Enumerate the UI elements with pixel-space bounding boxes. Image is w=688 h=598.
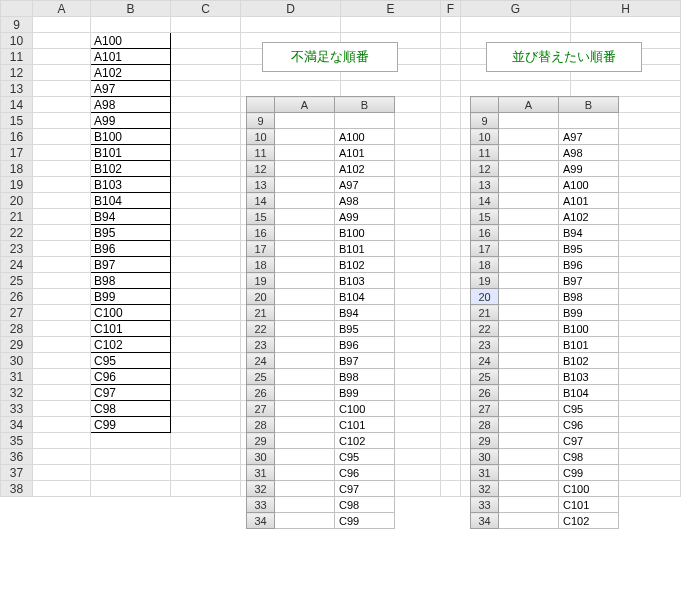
cell-F20[interactable] <box>441 193 461 209</box>
mini-right-col-B[interactable]: B <box>559 97 619 113</box>
cell-B38[interactable] <box>91 481 171 497</box>
cell-B16[interactable]: B100 <box>91 129 171 145</box>
cell-F27[interactable] <box>441 305 461 321</box>
mini-cell-A33[interactable] <box>499 497 559 513</box>
mini-cell-A15[interactable] <box>499 209 559 225</box>
cell-A13[interactable] <box>33 81 91 97</box>
mini-row-header[interactable]: 22 <box>247 321 275 337</box>
mini-cell-B18[interactable]: B96 <box>559 257 619 273</box>
mini-cell-A21[interactable] <box>499 305 559 321</box>
mini-grid-desired[interactable]: A B 910A9711A9812A9913A10014A10115A10216… <box>470 96 619 529</box>
cell-F26[interactable] <box>441 289 461 305</box>
row-header[interactable]: 30 <box>1 353 33 369</box>
mini-cell-B19[interactable]: B103 <box>335 273 395 289</box>
mini-cell-A32[interactable] <box>275 481 335 497</box>
col-header-F[interactable]: F <box>441 1 461 17</box>
mini-cell-B14[interactable]: A98 <box>335 193 395 209</box>
cell-B11[interactable]: A101 <box>91 49 171 65</box>
cell-A25[interactable] <box>33 273 91 289</box>
cell-F19[interactable] <box>441 177 461 193</box>
row-header[interactable]: 31 <box>1 369 33 385</box>
cell-A22[interactable] <box>33 225 91 241</box>
mini-cell-A29[interactable] <box>275 433 335 449</box>
mini-cell-A12[interactable] <box>275 161 335 177</box>
mini-row-header[interactable]: 21 <box>247 305 275 321</box>
cell-C15[interactable] <box>171 113 241 129</box>
mini-cell-B29[interactable]: C102 <box>335 433 395 449</box>
mini-cell-A26[interactable] <box>275 385 335 401</box>
mini-cell-A9[interactable] <box>499 113 559 129</box>
cell-B32[interactable]: C97 <box>91 385 171 401</box>
cell-C36[interactable] <box>171 449 241 465</box>
mini-row-header[interactable]: 32 <box>247 481 275 497</box>
mini-cell-B12[interactable]: A102 <box>335 161 395 177</box>
mini-cell-A24[interactable] <box>275 353 335 369</box>
mini-cell-A31[interactable] <box>499 465 559 481</box>
mini-cell-B33[interactable]: C98 <box>335 497 395 513</box>
mini-cell-A30[interactable] <box>275 449 335 465</box>
cell-F36[interactable] <box>441 449 461 465</box>
row-header[interactable]: 23 <box>1 241 33 257</box>
mini-row-header[interactable]: 13 <box>471 177 499 193</box>
cell-B33[interactable]: C98 <box>91 401 171 417</box>
mini-cell-B16[interactable]: B94 <box>559 225 619 241</box>
cell-F23[interactable] <box>441 241 461 257</box>
row-header[interactable]: 10 <box>1 33 33 49</box>
cell-C31[interactable] <box>171 369 241 385</box>
cell-C33[interactable] <box>171 401 241 417</box>
col-header-E[interactable]: E <box>341 1 441 17</box>
mini-cell-A26[interactable] <box>499 385 559 401</box>
cell-B14[interactable]: A98 <box>91 97 171 113</box>
col-header-C[interactable]: C <box>171 1 241 17</box>
mini-cell-A20[interactable] <box>275 289 335 305</box>
mini-row-header[interactable]: 15 <box>247 209 275 225</box>
mini-cell-A19[interactable] <box>275 273 335 289</box>
mini-cell-B20[interactable]: B104 <box>335 289 395 305</box>
cell-A9[interactable] <box>33 17 91 33</box>
row-header[interactable]: 26 <box>1 289 33 305</box>
cell-C11[interactable] <box>171 49 241 65</box>
mini-row-header[interactable]: 21 <box>471 305 499 321</box>
cell-A12[interactable] <box>33 65 91 81</box>
mini-cell-A23[interactable] <box>275 337 335 353</box>
cell-B25[interactable]: B98 <box>91 273 171 289</box>
cell-C10[interactable] <box>171 33 241 49</box>
cell-F14[interactable] <box>441 97 461 113</box>
mini-cell-A22[interactable] <box>499 321 559 337</box>
cell-B12[interactable]: A102 <box>91 65 171 81</box>
mini-cell-A16[interactable] <box>275 225 335 241</box>
cell-F13[interactable] <box>441 81 461 97</box>
mini-cell-B27[interactable]: C95 <box>559 401 619 417</box>
cell-B34[interactable]: C99 <box>91 417 171 433</box>
cell-A34[interactable] <box>33 417 91 433</box>
mini-cell-A29[interactable] <box>499 433 559 449</box>
cell-F16[interactable] <box>441 129 461 145</box>
mini-row-header[interactable]: 11 <box>471 145 499 161</box>
mini-cell-A28[interactable] <box>275 417 335 433</box>
cell-F28[interactable] <box>441 321 461 337</box>
mini-cell-A10[interactable] <box>499 129 559 145</box>
mini-cell-A22[interactable] <box>275 321 335 337</box>
mini-row-header[interactable]: 11 <box>247 145 275 161</box>
mini-row-header[interactable]: 22 <box>471 321 499 337</box>
mini-cell-A14[interactable] <box>275 193 335 209</box>
mini-cell-B25[interactable]: B98 <box>335 369 395 385</box>
mini-cell-B20[interactable]: B98 <box>559 289 619 305</box>
cell-C18[interactable] <box>171 161 241 177</box>
mini-row-header[interactable]: 17 <box>247 241 275 257</box>
cell-C32[interactable] <box>171 385 241 401</box>
mini-cell-A12[interactable] <box>499 161 559 177</box>
mini-row-header[interactable]: 12 <box>247 161 275 177</box>
cell-A31[interactable] <box>33 369 91 385</box>
mini-cell-A18[interactable] <box>275 257 335 273</box>
mini-row-header[interactable]: 30 <box>471 449 499 465</box>
cell-C25[interactable] <box>171 273 241 289</box>
cell-C14[interactable] <box>171 97 241 113</box>
cell-B22[interactable]: B95 <box>91 225 171 241</box>
cell-A16[interactable] <box>33 129 91 145</box>
cell-C22[interactable] <box>171 225 241 241</box>
mini-cell-A24[interactable] <box>499 353 559 369</box>
cell-B19[interactable]: B103 <box>91 177 171 193</box>
cell-F17[interactable] <box>441 145 461 161</box>
mini-cell-B26[interactable]: B99 <box>335 385 395 401</box>
